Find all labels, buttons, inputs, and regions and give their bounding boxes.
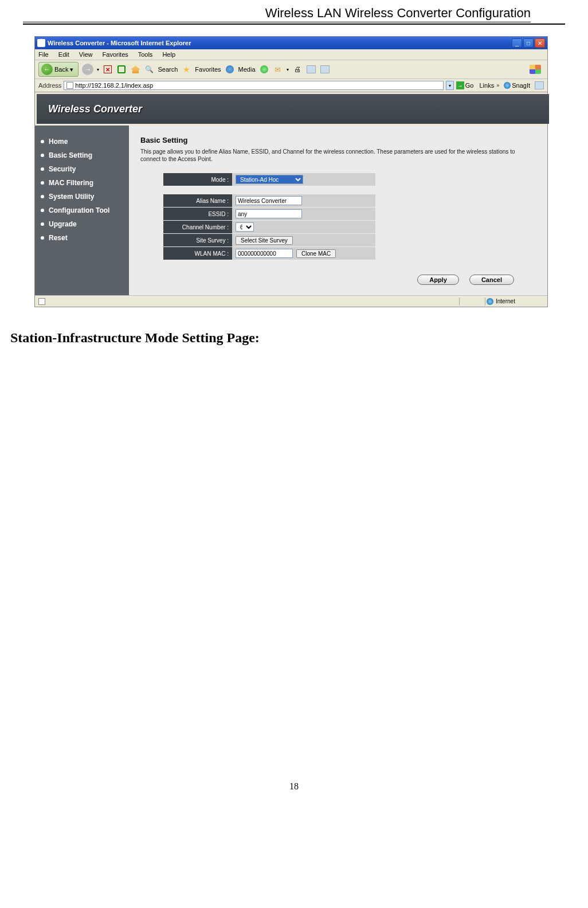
sidebar-item-basic-setting[interactable]: Basic Setting [41, 148, 123, 162]
menu-tools[interactable]: Tools [138, 51, 153, 58]
essid-input[interactable] [236, 209, 302, 218]
go-arrow-icon: → [456, 81, 464, 89]
browser-window: Wireless Converter - Microsoft Internet … [34, 36, 548, 307]
action-row: Apply Cancel [140, 275, 536, 285]
chevron-down-icon: ▾ [70, 66, 73, 73]
status-page-icon [38, 298, 45, 305]
search-button[interactable]: Search [158, 66, 178, 73]
minimize-button[interactable]: _ [512, 38, 522, 48]
menu-edit[interactable]: Edit [58, 51, 69, 58]
sidebar-item-mac-filtering[interactable]: MAC Filtering [41, 176, 123, 190]
essid-row: ESSID : [163, 208, 536, 220]
address-label: Address [38, 82, 61, 89]
favorites-button[interactable]: Favorites [195, 66, 221, 73]
maximize-button[interactable]: □ [523, 38, 534, 48]
window-title: Wireless Converter - Microsoft Internet … [48, 40, 512, 46]
address-value: http://192.168.2.1/index.asp [75, 82, 153, 89]
sidebar-item-home[interactable]: Home [41, 135, 123, 148]
snagit-icon [504, 82, 511, 89]
sidebar-item-reset[interactable]: Reset [41, 231, 123, 245]
toolbar: ← Back ▾ → ▾ ✕ Search Favorites Media ▾ [35, 60, 547, 79]
snagit-extra-icon[interactable] [535, 81, 544, 89]
mode-label: Mode : [163, 173, 232, 186]
channel-row: Channel Number : 6 [163, 221, 536, 233]
menu-file[interactable]: File [38, 51, 49, 58]
mac-row: WLAN MAC : Clone MAC [163, 247, 536, 260]
edit-button[interactable] [306, 64, 316, 75]
survey-row: Site Survey : Select Site Survey [163, 234, 536, 246]
sidebar-item-security[interactable]: Security [41, 162, 123, 176]
status-bar: Internet [35, 295, 547, 307]
alias-row: Alias Name : [163, 194, 536, 207]
app-title: Wireless Converter [48, 103, 142, 115]
app-banner: Wireless Converter [37, 94, 549, 124]
channel-label: Channel Number : [163, 221, 232, 233]
essid-label: ESSID : [163, 208, 232, 220]
document-header: Wireless LAN Wireless Converter Configur… [23, 0, 565, 25]
mac-input[interactable] [236, 249, 293, 258]
media-button[interactable] [225, 64, 235, 75]
home-button[interactable] [130, 64, 140, 75]
sidebar-item-upgrade[interactable]: Upgrade [41, 217, 123, 231]
favorites-star-icon [181, 64, 191, 75]
status-zone: Internet [487, 298, 544, 305]
chevron-down-icon: ▾ [287, 67, 289, 72]
menu-bar: File Edit View Favorites Tools Help [35, 49, 547, 60]
clone-mac-button[interactable]: Clone MAC [296, 249, 336, 258]
go-button[interactable]: → Go [456, 81, 474, 89]
mode-row: Mode : Station-Ad Hoc [163, 173, 536, 186]
chevron-down-icon: ▾ [97, 67, 99, 72]
internet-zone-icon [487, 298, 493, 305]
site-survey-button[interactable]: Select Site Survey [236, 236, 293, 245]
sidebar-item-configuration-tool[interactable]: Configuration Tool [41, 203, 123, 217]
mac-label: WLAN MAC : [163, 247, 232, 260]
window-titlebar: Wireless Converter - Microsoft Internet … [35, 37, 547, 49]
cancel-button[interactable]: Cancel [469, 275, 514, 285]
snagit-label: SnagIt [512, 82, 530, 89]
page-number: 18 [0, 781, 588, 803]
discuss-button[interactable] [320, 64, 330, 75]
section-heading: Station-Infrastructure Mode Setting Page… [10, 330, 588, 346]
windows-flag-icon [530, 65, 541, 74]
forward-button[interactable]: → [82, 64, 93, 75]
media-label: Media [238, 66, 256, 73]
stop-button[interactable]: ✕ [103, 64, 113, 75]
mode-select[interactable]: Station-Ad Hoc [236, 175, 303, 184]
back-button[interactable]: ← Back ▾ [38, 62, 79, 77]
menu-help[interactable]: Help [162, 51, 175, 58]
alias-label: Alias Name : [163, 194, 232, 207]
survey-label: Site Survey : [163, 234, 232, 246]
channel-select[interactable]: 6 [236, 222, 254, 232]
main-content: Basic Setting This page allows you to de… [129, 126, 547, 295]
ie-throbber [527, 62, 544, 76]
chevron-right-icon: » [496, 83, 499, 88]
content-title: Basic Setting [140, 136, 536, 144]
zone-label: Internet [496, 298, 515, 304]
header-text: Wireless LAN Wireless Converter Configur… [265, 6, 531, 20]
close-button[interactable]: ✕ [535, 38, 545, 48]
ie-icon [37, 39, 45, 47]
search-icon [144, 64, 154, 75]
address-input[interactable]: http://192.168.2.1/index.asp [64, 81, 443, 90]
links-label[interactable]: Links [479, 82, 494, 89]
alias-input[interactable] [236, 196, 302, 205]
menu-favorites[interactable]: Favorites [103, 51, 128, 58]
mail-button[interactable] [273, 64, 283, 75]
address-bar: Address http://192.168.2.1/index.asp ▾ →… [35, 79, 547, 92]
content-description: This page allows you to define Alias Nam… [140, 148, 536, 163]
go-label: Go [465, 82, 474, 89]
window-buttons: _ □ ✕ [512, 38, 545, 48]
page-icon [66, 82, 73, 89]
sidebar-item-system-utility[interactable]: System Utility [41, 190, 123, 203]
address-dropdown[interactable]: ▾ [446, 81, 454, 90]
page-content: Wireless Converter Home Basic Setting Se… [35, 92, 547, 295]
print-button[interactable] [292, 64, 303, 75]
refresh-button[interactable] [116, 64, 127, 75]
snagit-button[interactable]: SnagIt [504, 82, 530, 89]
back-arrow-icon: ← [41, 64, 53, 75]
apply-button[interactable]: Apply [417, 275, 459, 285]
menu-view[interactable]: View [79, 51, 93, 58]
sidebar: Home Basic Setting Security MAC Filterin… [35, 126, 129, 295]
back-label: Back [54, 66, 68, 73]
history-button[interactable] [259, 64, 269, 75]
